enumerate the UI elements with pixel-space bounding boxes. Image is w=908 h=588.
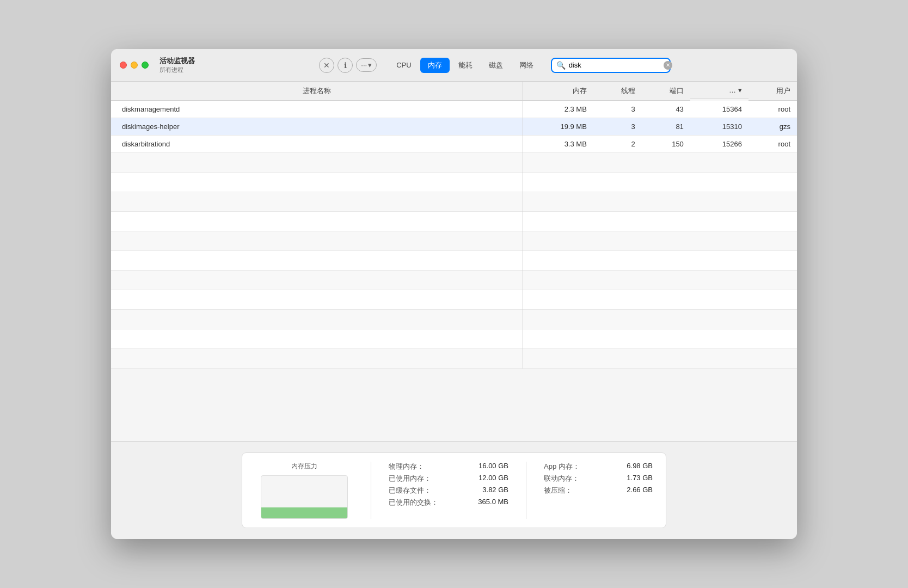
app-subtitle: 所有进程 bbox=[159, 66, 195, 74]
search-input[interactable] bbox=[569, 61, 660, 69]
info-icon: ℹ bbox=[344, 61, 347, 70]
stat-value: 365.0 MB bbox=[478, 498, 508, 507]
stat-label: 联动内存： bbox=[544, 474, 579, 483]
stat-value: 3.82 GB bbox=[482, 486, 508, 495]
cell-pid: 15266 bbox=[690, 136, 749, 153]
table-row[interactable]: diskmanagementd 2.3 MB 3 43 15364 root bbox=[111, 101, 797, 118]
cell-threads: 3 bbox=[593, 101, 642, 118]
table-row-empty bbox=[111, 212, 797, 231]
nav-tabs: CPU 内存 能耗 磁盘 网络 bbox=[389, 58, 541, 73]
process-table: 进程名称 内存 线程 端口 … ▾ 用户 diskmanagementd 2.3… bbox=[111, 82, 797, 369]
cell-name: diskarbitrationd bbox=[111, 136, 523, 153]
stop-icon: ✕ bbox=[323, 61, 330, 70]
table-row-empty bbox=[111, 251, 797, 271]
search-box: 🔍 ✕ bbox=[551, 58, 671, 73]
col-header-threads[interactable]: 线程 bbox=[593, 82, 642, 101]
chevron-down-icon: ▾ bbox=[738, 86, 742, 94]
search-clear-button[interactable]: ✕ bbox=[664, 61, 672, 70]
pressure-chart bbox=[261, 475, 348, 519]
table-header-row: 进程名称 内存 线程 端口 … ▾ 用户 bbox=[111, 82, 797, 101]
cell-user: root bbox=[749, 136, 797, 153]
stat-label: 已使用的交换： bbox=[389, 498, 438, 507]
process-table-container: 进程名称 内存 线程 端口 … ▾ 用户 diskmanagementd 2.3… bbox=[111, 82, 797, 441]
cell-ports: 43 bbox=[642, 101, 690, 118]
stat-label: 被压缩： bbox=[544, 486, 572, 495]
stat-label: 物理内存： bbox=[389, 462, 424, 471]
info-button[interactable]: ℹ bbox=[338, 58, 353, 73]
cell-name: diskimages-helper bbox=[111, 118, 523, 136]
table-row[interactable]: diskimages-helper 19.9 MB 3 81 15310 gzs bbox=[111, 118, 797, 136]
maximize-button[interactable] bbox=[142, 62, 149, 69]
col-header-ports[interactable]: 端口 bbox=[642, 82, 690, 101]
chevron-icon: ▾ bbox=[368, 61, 372, 69]
bottom-panel: 内存压力 物理内存： 16.00 GB 已使用内存： 12.00 GB 已缓存文… bbox=[111, 441, 797, 539]
memory-right-section: App 内存： 6.98 GB 联动内存： 1.73 GB 被压缩： 2.66 … bbox=[544, 462, 653, 495]
stat-row: 已使用的交换： 365.0 MB bbox=[389, 498, 508, 507]
col-header-pid[interactable]: … ▾ bbox=[690, 82, 749, 99]
table-row-empty bbox=[111, 231, 797, 251]
memory-pressure-section: 内存压力 bbox=[255, 462, 353, 519]
stat-row: 物理内存： 16.00 GB bbox=[389, 462, 508, 471]
memory-card: 内存压力 物理内存： 16.00 GB 已使用内存： 12.00 GB 已缓存文… bbox=[242, 452, 666, 528]
tab-cpu[interactable]: CPU bbox=[389, 58, 419, 73]
stat-row: App 内存： 6.98 GB bbox=[544, 462, 653, 471]
stat-value: 1.73 GB bbox=[627, 474, 653, 483]
cell-memory: 19.9 MB bbox=[523, 118, 593, 136]
stat-value: 16.00 GB bbox=[478, 462, 508, 471]
tab-disk[interactable]: 磁盘 bbox=[481, 58, 511, 73]
col-header-memory[interactable]: 内存 bbox=[523, 82, 593, 101]
table-row-empty bbox=[111, 349, 797, 369]
close-button[interactable] bbox=[120, 62, 127, 69]
stat-row: 已使用内存： 12.00 GB bbox=[389, 474, 508, 483]
stat-label: 已缓存文件： bbox=[389, 486, 431, 495]
cell-name: diskmanagementd bbox=[111, 101, 523, 118]
divider-2 bbox=[526, 462, 526, 519]
app-title: 活动监视器 bbox=[159, 56, 195, 66]
cell-ports: 81 bbox=[642, 118, 690, 136]
memory-stats-section: 物理内存： 16.00 GB 已使用内存： 12.00 GB 已缓存文件： 3.… bbox=[389, 462, 508, 507]
table-row[interactable]: diskarbitrationd 3.3 MB 2 150 15266 root bbox=[111, 136, 797, 153]
traffic-lights bbox=[120, 62, 149, 69]
table-row-empty bbox=[111, 290, 797, 310]
process-table-body: diskmanagementd 2.3 MB 3 43 15364 root d… bbox=[111, 101, 797, 369]
table-row-empty bbox=[111, 192, 797, 212]
tab-network[interactable]: 网络 bbox=[512, 58, 541, 73]
cell-threads: 2 bbox=[593, 136, 642, 153]
col-header-user[interactable]: 用户 bbox=[749, 82, 797, 101]
memory-pressure-label: 内存压力 bbox=[291, 462, 317, 471]
stat-label: 已使用内存： bbox=[389, 474, 431, 483]
stat-value: 2.66 GB bbox=[627, 486, 653, 495]
activity-monitor-window: 活动监视器 所有进程 ✕ ℹ ··· ▾ CPU 内存 能耗 磁盘 网络 🔍 bbox=[111, 49, 797, 539]
divider bbox=[371, 462, 371, 519]
stat-label: App 内存： bbox=[544, 462, 580, 471]
tab-energy[interactable]: 能耗 bbox=[451, 58, 480, 73]
table-row-empty bbox=[111, 173, 797, 192]
more-icon: ··· bbox=[361, 61, 367, 69]
titlebar: 活动监视器 所有进程 ✕ ℹ ··· ▾ CPU 内存 能耗 磁盘 网络 🔍 bbox=[111, 49, 797, 82]
cell-threads: 3 bbox=[593, 118, 642, 136]
minimize-button[interactable] bbox=[131, 62, 138, 69]
cell-pid: 15310 bbox=[690, 118, 749, 136]
more-button[interactable]: ··· ▾ bbox=[356, 58, 377, 72]
titlebar-center: ✕ ℹ ··· ▾ CPU 内存 能耗 磁盘 网络 🔍 ✕ bbox=[201, 58, 788, 73]
table-row-empty bbox=[111, 271, 797, 290]
search-icon: 🔍 bbox=[556, 61, 566, 70]
stat-row: 被压缩： 2.66 GB bbox=[544, 486, 653, 495]
stat-row: 联动内存： 1.73 GB bbox=[544, 474, 653, 483]
stat-row: 已缓存文件： 3.82 GB bbox=[389, 486, 508, 495]
stop-button[interactable]: ✕ bbox=[319, 58, 334, 73]
col-header-name[interactable]: 进程名称 bbox=[111, 82, 523, 101]
table-row-empty bbox=[111, 329, 797, 349]
stat-value: 6.98 GB bbox=[627, 462, 653, 471]
cell-memory: 3.3 MB bbox=[523, 136, 593, 153]
tab-memory[interactable]: 内存 bbox=[420, 58, 450, 73]
app-title-group: 活动监视器 所有进程 bbox=[159, 56, 195, 74]
cell-pid: 15364 bbox=[690, 101, 749, 118]
cell-ports: 150 bbox=[642, 136, 690, 153]
stat-value: 12.00 GB bbox=[478, 474, 508, 483]
table-row-empty bbox=[111, 310, 797, 329]
cell-user: gzs bbox=[749, 118, 797, 136]
cell-user: root bbox=[749, 101, 797, 118]
cell-memory: 2.3 MB bbox=[523, 101, 593, 118]
pressure-bar bbox=[261, 507, 347, 518]
